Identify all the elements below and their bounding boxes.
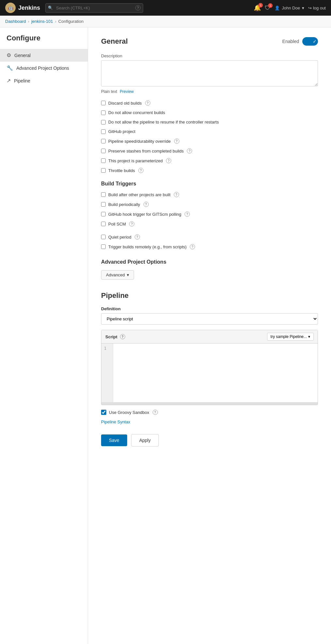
logout-button[interactable]: ↪ log out xyxy=(308,6,326,10)
action-buttons: Save Apply xyxy=(101,434,318,446)
main-header: 🤖 Jenkins 🔍 ? 🔔 1 🛡 1 👤 John Doe ▾ ↪ log… xyxy=(0,0,331,16)
advanced-project-options-section: Advanced Project Options Advanced ▾ xyxy=(101,259,318,280)
format-row: Plain text Preview xyxy=(101,89,318,94)
script-section: Script ? try sample Pipeline... ▾ 1 xyxy=(101,330,318,405)
pipeline-section: Pipeline Definition Pipeline script Pipe… xyxy=(101,291,318,424)
checkbox-parameterized-input[interactable] xyxy=(101,158,106,163)
logo-icon: 🤖 xyxy=(5,3,16,13)
pipeline-speed-help-icon[interactable]: ? xyxy=(174,139,179,144)
checkbox-build-after-label: Build after other projects are built xyxy=(108,192,171,197)
apply-button[interactable]: Apply xyxy=(131,434,159,446)
script-header: Script ? try sample Pipeline... ▾ xyxy=(101,330,318,344)
try-sample-button[interactable]: try sample Pipeline... ▾ xyxy=(267,333,314,341)
script-help-icon[interactable]: ? xyxy=(120,334,125,339)
checkbox-quiet-period-input[interactable] xyxy=(101,235,106,239)
logo-text: Jenkins xyxy=(18,5,40,11)
checkbox-no-resume-pipeline-input[interactable] xyxy=(101,120,106,124)
checkbox-throttle-builds: Throttle builds ? xyxy=(101,168,318,173)
search-help-icon[interactable]: ? xyxy=(135,5,141,10)
security-icon[interactable]: 🛡 1 xyxy=(265,5,271,11)
checkbox-throttle-builds-label: Throttle builds xyxy=(108,168,135,173)
parameterized-help-icon[interactable]: ? xyxy=(166,158,171,163)
groovy-sandbox-label: Use Groovy Sandbox xyxy=(109,410,149,415)
discard-old-builds-help-icon[interactable]: ? xyxy=(145,100,150,106)
github-hook-help-icon[interactable]: ? xyxy=(185,212,190,217)
advanced-dropdown-button[interactable]: Advanced ▾ xyxy=(101,270,134,280)
line-numbers: 1 xyxy=(101,344,113,402)
notification-badge: 1 xyxy=(258,3,263,7)
checkbox-trigger-remotely-label: Trigger builds remotely (e.g., from scri… xyxy=(108,244,187,249)
preserve-stashes-help-icon[interactable]: ? xyxy=(187,148,192,154)
checkbox-build-periodically: Build periodically ? xyxy=(101,202,318,207)
checkbox-build-periodically-input[interactable] xyxy=(101,202,106,207)
sidebar-item-advanced-project-options[interactable]: 🔧 Advanced Project Options xyxy=(0,62,88,74)
checkbox-poll-scm-input[interactable] xyxy=(101,222,106,226)
format-plain-text: Plain text xyxy=(101,89,117,94)
breadcrumb-current: Configuration xyxy=(58,19,83,24)
checkbox-build-after-input[interactable] xyxy=(101,192,106,197)
checkbox-build-periodically-label: Build periodically xyxy=(108,202,140,207)
user-name: John Doe xyxy=(282,6,300,10)
format-preview-link[interactable]: Preview xyxy=(120,89,134,94)
enabled-label: Enabled xyxy=(282,39,299,44)
breadcrumb-project[interactable]: jenkins-101 xyxy=(31,19,53,24)
throttle-builds-help-icon[interactable]: ? xyxy=(138,168,143,173)
checkbox-pipeline-speed-input[interactable] xyxy=(101,139,106,143)
checkbox-github-project-label: GitHub project xyxy=(108,129,135,134)
groovy-sandbox-row: Use Groovy Sandbox ? xyxy=(101,410,318,415)
checkbox-no-concurrent-builds-input[interactable] xyxy=(101,110,106,115)
notification-bell[interactable]: 🔔 1 xyxy=(254,4,261,11)
checkbox-github-hook: GitHub hook trigger for GITScm polling ? xyxy=(101,212,318,217)
sidebar-item-pipeline[interactable]: ↗ Pipeline xyxy=(0,74,88,87)
groovy-sandbox-checkbox[interactable] xyxy=(101,410,106,415)
enabled-toggle-area: Enabled xyxy=(282,37,318,46)
pipeline-syntax-link[interactable]: Pipeline Syntax xyxy=(101,419,318,424)
search-icon: 🔍 xyxy=(48,6,53,10)
advanced-options-icon: 🔧 xyxy=(7,65,13,71)
save-button[interactable]: Save xyxy=(101,434,127,446)
checkbox-trigger-remotely: Trigger builds remotely (e.g., from scri… xyxy=(101,244,318,249)
checkbox-github-project: GitHub project xyxy=(101,129,318,134)
build-periodically-help-icon[interactable]: ? xyxy=(143,202,149,207)
general-section-header: General Enabled xyxy=(101,37,318,46)
build-trigger-checkboxes: Build after other projects are built ? B… xyxy=(101,192,318,249)
script-scrollbar[interactable] xyxy=(101,402,318,405)
script-header-left: Script ? xyxy=(105,334,125,339)
sidebar-item-pipeline-label: Pipeline xyxy=(14,78,30,83)
poll-scm-help-icon[interactable]: ? xyxy=(129,221,134,227)
page-layout: Configure ⚙ General 🔧 Advanced Project O… xyxy=(0,27,331,644)
checkbox-discard-old-builds-label: Discard old builds xyxy=(108,101,142,106)
search-input[interactable] xyxy=(45,3,143,13)
checkbox-preserve-stashes-input[interactable] xyxy=(101,149,106,153)
sidebar-item-general[interactable]: ⚙ General xyxy=(0,49,88,62)
sidebar-item-general-label: General xyxy=(14,53,31,58)
sidebar: Configure ⚙ General 🔧 Advanced Project O… xyxy=(0,27,88,644)
checkbox-discard-old-builds: Discard old builds ? xyxy=(101,100,318,106)
search-area: 🔍 ? xyxy=(45,3,143,13)
checkbox-trigger-remotely-input[interactable] xyxy=(101,244,106,249)
build-after-help-icon[interactable]: ? xyxy=(174,192,179,197)
quiet-period-help-icon[interactable]: ? xyxy=(135,234,140,240)
checkbox-github-hook-input[interactable] xyxy=(101,212,106,216)
breadcrumb-sep-2: › xyxy=(55,19,56,24)
definition-select[interactable]: Pipeline script Pipeline script from SCM xyxy=(101,313,318,325)
enabled-toggle[interactable] xyxy=(302,37,318,46)
definition-label: Definition xyxy=(101,306,318,311)
checkbox-parameterized-label: This project is parameterized xyxy=(108,158,163,163)
checkbox-github-project-input[interactable] xyxy=(101,129,106,134)
breadcrumb-dashboard[interactable]: Dashboard xyxy=(5,19,26,24)
line-number-1: 1 xyxy=(104,346,110,351)
description-textarea[interactable] xyxy=(101,60,318,86)
build-triggers-title: Build Triggers xyxy=(101,181,318,187)
trigger-remotely-help-icon[interactable]: ? xyxy=(190,244,195,249)
checkbox-throttle-builds-input[interactable] xyxy=(101,168,106,173)
general-checkboxes: Discard old builds ? Do not allow concur… xyxy=(101,100,318,173)
script-editor[interactable] xyxy=(113,344,318,402)
breadcrumb-sep-1: › xyxy=(28,19,29,24)
groovy-sandbox-help-icon[interactable]: ? xyxy=(153,410,158,415)
checkbox-discard-old-builds-input[interactable] xyxy=(101,101,106,105)
checkbox-no-resume-pipeline-label: Do not allow the pipeline to resume if t… xyxy=(108,120,219,124)
pipeline-icon: ↗ xyxy=(7,78,11,84)
advanced-dropdown-label: Advanced xyxy=(106,272,125,277)
user-menu[interactable]: 👤 John Doe ▾ xyxy=(275,6,304,10)
